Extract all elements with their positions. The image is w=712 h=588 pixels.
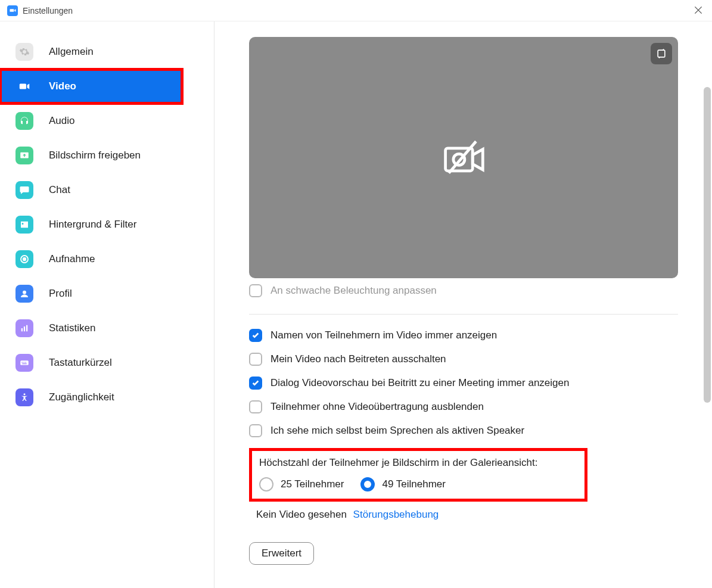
scrollbar-thumb[interactable] — [704, 87, 711, 403]
radio-button-25 — [259, 477, 273, 491]
headphones-icon — [15, 112, 33, 130]
radio-25-participants[interactable]: 25 Teilnehmer — [259, 477, 344, 491]
option-label: Namen von Teilnehmern im Video immer anz… — [271, 329, 497, 341]
option-label: Teilnehmer ohne Videoübertragung ausblen… — [271, 401, 484, 413]
record-icon — [15, 250, 33, 268]
chat-icon — [15, 181, 33, 199]
option-row-names: Namen von Teilnehmern im Video immer anz… — [249, 329, 686, 342]
sidebar-item-share-screen[interactable]: Bildschirm freigeben — [0, 138, 214, 173]
advanced-button[interactable]: Erweitert — [249, 542, 314, 565]
svg-rect-4 — [24, 326, 25, 331]
sidebar-item-label: Bildschirm freigeben — [49, 150, 141, 161]
sidebar-item-label: Aufnahme — [49, 253, 95, 265]
sidebar-item-profile[interactable]: Profil — [0, 276, 214, 311]
svg-rect-10 — [22, 363, 27, 365]
svg-rect-5 — [26, 325, 27, 332]
low-light-checkbox[interactable] — [249, 284, 262, 297]
video-icon — [15, 77, 33, 95]
svg-rect-8 — [24, 362, 25, 363]
profile-icon — [15, 285, 33, 303]
share-screen-icon — [15, 147, 33, 164]
video-preview — [249, 37, 678, 278]
low-light-label: An schwache Beleuchtung anpassen — [271, 285, 437, 297]
sidebar-item-label: Zugänglichkeit — [49, 391, 114, 403]
option-label: Dialog Videovorschau bei Beitritt zu ein… — [271, 377, 569, 389]
sidebar-item-label: Audio — [49, 115, 74, 127]
radio-label: 25 Teilnehmer — [281, 478, 344, 490]
sidebar-item-label: Profil — [49, 288, 72, 300]
sidebar: Allgemein Video Audio Bildschirm freigeb… — [0, 21, 214, 588]
divider — [249, 314, 678, 315]
option-row-preview-dialog: Dialog Videovorschau bei Beitritt zu ein… — [249, 377, 686, 390]
radio-49-participants[interactable]: 49 Teilnehmer — [360, 477, 445, 491]
checkbox-self-active-speaker[interactable] — [249, 424, 262, 437]
titlebar: Einstellungen — [0, 0, 712, 21]
svg-point-2 — [23, 291, 26, 294]
sidebar-item-label: Chat — [49, 184, 70, 196]
accessibility-icon — [15, 388, 33, 406]
sidebar-item-shortcuts[interactable]: Tastaturkürzel — [0, 346, 214, 380]
sidebar-item-video[interactable]: Video — [0, 69, 182, 104]
sidebar-item-chat[interactable]: Chat — [0, 173, 214, 207]
app-icon — [7, 5, 18, 16]
background-filter-icon — [15, 216, 33, 234]
close-button[interactable] — [693, 5, 704, 15]
sidebar-item-audio[interactable]: Audio — [0, 104, 214, 138]
gallery-max-title: Höchstzahl der Teilnehmer je Bildschirm … — [259, 457, 577, 469]
radio-button-49 — [360, 477, 375, 491]
no-camera-icon — [441, 135, 486, 181]
option-row-hide-nonvideo: Teilnehmer ohne Videoübertragung ausblen… — [249, 400, 686, 413]
sidebar-item-label: Statistiken — [49, 322, 95, 334]
option-row-turnoff: Mein Video nach Beitreten ausschalten — [249, 353, 686, 366]
rotate-camera-button[interactable] — [651, 43, 672, 64]
checkbox-preview-dialog[interactable] — [249, 377, 262, 390]
keyboard-icon — [15, 354, 33, 372]
sidebar-item-accessibility[interactable]: Zugänglichkeit — [0, 380, 214, 415]
sidebar-item-general[interactable]: Allgemein — [0, 35, 214, 69]
svg-rect-15 — [658, 50, 665, 57]
troubleshoot-link[interactable]: Störungsbehebung — [353, 509, 439, 520]
checkbox-hide-nonvideo[interactable] — [249, 400, 262, 413]
sidebar-item-label: Allgemein — [49, 46, 94, 58]
option-label: Ich sehe mich selbst beim Sprechen als a… — [271, 425, 524, 437]
svg-rect-3 — [21, 328, 23, 331]
gallery-max-section: Höchstzahl der Teilnehmer je Bildschirm … — [249, 448, 587, 502]
checkbox-turnoff-video[interactable] — [249, 353, 262, 366]
sidebar-item-background[interactable]: Hintergrund & Filter — [0, 207, 214, 242]
sidebar-item-statistics[interactable]: Statistiken — [0, 311, 214, 346]
checkbox-show-names[interactable] — [249, 329, 262, 342]
statistics-icon — [15, 319, 33, 337]
low-light-row: An schwache Beleuchtung anpassen — [249, 284, 686, 297]
no-video-label: Kein Video gesehen — [256, 509, 347, 520]
svg-rect-7 — [22, 362, 23, 363]
gear-icon — [15, 43, 33, 61]
radio-label: 49 Teilnehmer — [382, 478, 445, 490]
sidebar-item-label: Tastaturkürzel — [49, 357, 112, 369]
sidebar-item-label: Hintergrund & Filter — [49, 219, 136, 231]
option-row-self-active: Ich sehe mich selbst beim Sprechen als a… — [249, 424, 686, 437]
svg-point-11 — [24, 393, 26, 395]
option-label: Mein Video nach Beitreten ausschalten — [271, 353, 446, 365]
window-title: Einstellungen — [23, 6, 73, 15]
no-video-row: Kein Video gesehen Störungsbehebung — [249, 509, 686, 521]
svg-point-1 — [23, 258, 26, 261]
sidebar-item-recording[interactable]: Aufnahme — [0, 242, 214, 276]
content-pane: An schwache Beleuchtung anpassen Namen v… — [214, 21, 712, 588]
sidebar-item-label: Video — [49, 80, 76, 92]
svg-rect-9 — [26, 362, 27, 363]
